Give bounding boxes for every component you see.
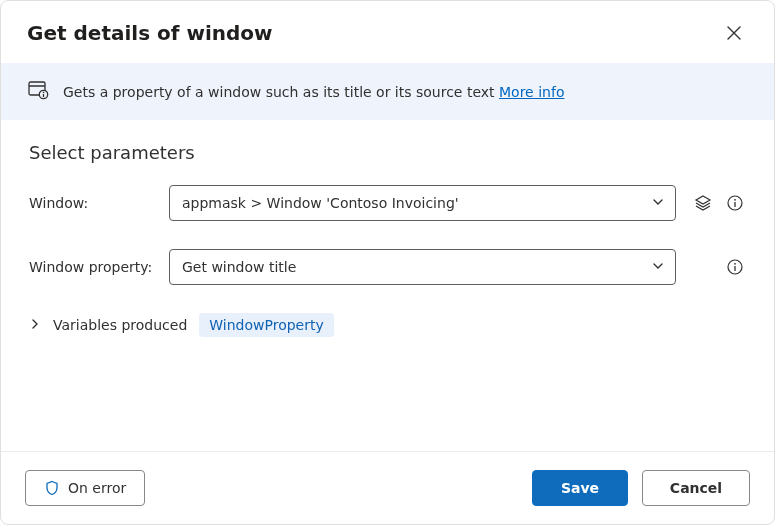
dialog-title: Get details of window bbox=[27, 21, 273, 45]
svg-point-9 bbox=[734, 263, 736, 265]
property-actions bbox=[690, 256, 746, 278]
window-help-button[interactable] bbox=[724, 192, 746, 214]
expand-variables-toggle[interactable] bbox=[29, 317, 41, 333]
property-select-value: Get window title bbox=[182, 259, 296, 275]
row-window: Window: appmask > Window 'Contoso Invoic… bbox=[29, 185, 746, 221]
dialog: Get details of window Gets a property of… bbox=[0, 0, 775, 525]
chevron-down-icon bbox=[651, 259, 665, 276]
dialog-header: Get details of window bbox=[1, 1, 774, 63]
info-icon bbox=[726, 258, 744, 276]
save-label: Save bbox=[561, 480, 599, 496]
info-description: Gets a property of a window such as its … bbox=[63, 84, 748, 100]
section-title: Select parameters bbox=[29, 142, 746, 163]
footer-actions: Save Cancel bbox=[532, 470, 750, 506]
layers-icon bbox=[694, 194, 712, 212]
info-text: Gets a property of a window such as its … bbox=[63, 84, 499, 100]
property-label: Window property: bbox=[29, 259, 169, 275]
property-select[interactable]: Get window title bbox=[169, 249, 676, 285]
cancel-button[interactable]: Cancel bbox=[642, 470, 750, 506]
shield-icon bbox=[44, 480, 60, 496]
ui-elements-button[interactable] bbox=[692, 192, 714, 214]
info-bar: Gets a property of a window such as its … bbox=[1, 63, 774, 120]
window-actions bbox=[690, 192, 746, 214]
variables-label[interactable]: Variables produced bbox=[53, 317, 187, 333]
dialog-footer: On error Save Cancel bbox=[1, 451, 774, 524]
variable-chip[interactable]: WindowProperty bbox=[199, 313, 333, 337]
save-button[interactable]: Save bbox=[532, 470, 628, 506]
window-label: Window: bbox=[29, 195, 169, 211]
row-property: Window property: Get window title bbox=[29, 249, 746, 285]
chevron-right-icon bbox=[29, 318, 41, 330]
close-icon bbox=[727, 26, 741, 40]
on-error-button[interactable]: On error bbox=[25, 470, 145, 506]
info-icon bbox=[726, 194, 744, 212]
chevron-down-icon bbox=[651, 195, 665, 212]
svg-point-3 bbox=[43, 92, 45, 94]
window-select[interactable]: appmask > Window 'Contoso Invoicing' bbox=[169, 185, 676, 221]
svg-point-6 bbox=[734, 199, 736, 201]
close-button[interactable] bbox=[720, 19, 748, 47]
window-select-value: appmask > Window 'Contoso Invoicing' bbox=[182, 195, 459, 211]
on-error-label: On error bbox=[68, 480, 126, 496]
dialog-content: Select parameters Window: appmask > Wind… bbox=[1, 120, 774, 451]
window-info-icon bbox=[27, 79, 49, 104]
property-help-button[interactable] bbox=[724, 256, 746, 278]
variables-produced: Variables produced WindowProperty bbox=[29, 313, 746, 337]
more-info-link[interactable]: More info bbox=[499, 84, 564, 100]
cancel-label: Cancel bbox=[670, 480, 722, 496]
